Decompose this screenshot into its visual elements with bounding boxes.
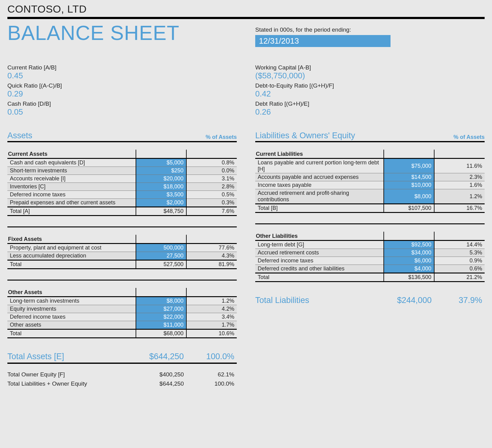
group-title: Other Assets xyxy=(7,288,136,297)
row-pct-cell: 0.5% xyxy=(186,191,237,199)
table-row[interactable]: Cash and cash equivalents [D]$5,0000.8% xyxy=(7,159,237,167)
header-left-col: BALANCE SHEET xyxy=(7,25,237,47)
total-label: Total xyxy=(7,329,136,338)
owner-equity-pct: 62.1% xyxy=(186,371,237,378)
total-liab-label: Total Liabilities xyxy=(255,296,384,305)
row-pct-cell: 3.4% xyxy=(186,313,237,321)
row-amount-cell[interactable]: $250 xyxy=(136,167,186,175)
table-row[interactable]: Deferred income taxes$6,0000.9% xyxy=(255,257,485,265)
total-liab-pct: 37.9% xyxy=(434,296,485,305)
table-row[interactable]: Long-term debt [G]$92,50014.4% xyxy=(255,241,485,249)
row-pct-cell: 4.3% xyxy=(186,252,237,260)
main-columns: Assets % of Assets Current AssetsCash an… xyxy=(7,117,485,388)
row-pct-cell: 77.6% xyxy=(186,244,237,252)
ratio-value: 0.29 xyxy=(7,89,237,99)
table-row[interactable]: Equity investments$27,0004.2% xyxy=(7,305,237,313)
row-amount-cell[interactable]: $4,000 xyxy=(384,265,434,273)
row-amount-cell[interactable]: $27,000 xyxy=(136,305,186,313)
ratios-left: Current Ratio [A/B] 0.45 Quick Ratio [(A… xyxy=(7,62,237,117)
total-assets-row: Total Assets [E] $644,250 100.0% xyxy=(7,352,237,364)
row-amount-cell[interactable]: $3,500 xyxy=(136,191,186,199)
row-amount-cell[interactable]: 500,000 xyxy=(136,244,186,252)
table-row[interactable]: Income taxes payable$10,0001.6% xyxy=(255,181,485,189)
table-row[interactable]: Less accumulated depreciation27,5004.3% xyxy=(7,252,237,260)
table-row[interactable]: Accrued retirement and profit-sharing co… xyxy=(255,189,485,204)
row-amount-cell[interactable]: 27,500 xyxy=(136,252,186,260)
group-header-row: Other Assets xyxy=(7,288,237,297)
total-pct: 81.9% xyxy=(186,260,237,269)
row-label: Long-term cash investments xyxy=(7,297,136,305)
row-amount-cell[interactable]: $92,500 xyxy=(384,241,434,249)
table-row[interactable]: Inventories [C]$18,0002.8% xyxy=(7,183,237,191)
row-label: Accounts receivable [I] xyxy=(7,175,136,183)
table-row[interactable]: Deferred income taxes$22,0003.4% xyxy=(7,313,237,321)
table-row[interactable]: Accounts receivable [I]$20,0003.1% xyxy=(7,175,237,183)
row-amount-cell[interactable]: $2,000 xyxy=(136,199,186,207)
table-row[interactable]: Accounts payable and accrued expenses$14… xyxy=(255,173,485,181)
row-pct-cell: 1.6% xyxy=(434,181,485,189)
table-row[interactable]: Long-term cash investments$8,0001.2% xyxy=(7,297,237,305)
row-amount-cell[interactable]: $75,000 xyxy=(384,159,434,173)
group-header-row: Other Liabilities xyxy=(255,232,485,241)
table-row[interactable]: Short-term investments$2500.0% xyxy=(7,167,237,175)
row-amount-cell[interactable]: $8,000 xyxy=(384,189,434,204)
row-pct-cell: 1.7% xyxy=(186,321,237,329)
row-label: Deferred credits and other liabilities xyxy=(255,265,384,273)
row-amount-cell[interactable]: $14,500 xyxy=(384,173,434,181)
liabilities-header: Liabilities & Owners' Equity % of Assets xyxy=(255,131,485,142)
ratio-label: Quick Ratio [(A-C)/B] xyxy=(7,82,237,89)
row-pct-cell: 0.3% xyxy=(186,199,237,207)
row-label: Deferred income taxes xyxy=(7,191,136,199)
row-label: Accrued retirement and profit-sharing co… xyxy=(255,189,384,204)
ratio-value: 0.42 xyxy=(255,89,485,99)
total-assets-label: Total Assets [E] xyxy=(7,352,136,361)
row-amount-cell[interactable]: $11,000 xyxy=(136,321,186,329)
table-row[interactable]: Deferred credits and other liabilities$4… xyxy=(255,265,485,273)
assets-header: Assets % of Assets xyxy=(7,131,237,142)
ratios-right: Working Capital [A-B] ($58,750,000) Debt… xyxy=(255,62,485,117)
data-table: Fixed AssetsProperty, plant and equipmen… xyxy=(7,235,237,269)
row-pct-cell: 0.8% xyxy=(186,159,237,167)
row-amount-cell[interactable]: $10,000 xyxy=(384,181,434,189)
table-row[interactable]: Other assets$11,0001.7% xyxy=(7,321,237,329)
table-row[interactable]: Deferred income taxes$3,5000.5% xyxy=(7,191,237,199)
total-label: Total [A] xyxy=(7,207,136,216)
row-pct-cell: 14.4% xyxy=(434,241,485,249)
row-label: Other assets xyxy=(7,321,136,329)
row-amount-cell[interactable]: $20,000 xyxy=(136,175,186,183)
table-row[interactable]: Property, plant and equipment at cost500… xyxy=(7,244,237,252)
ratio-value: 0.26 xyxy=(255,107,485,117)
group-title: Current Assets xyxy=(7,150,136,159)
liabilities-column: Liabilities & Owners' Equity % of Assets… xyxy=(255,117,485,388)
total-assets-pct: 100.0% xyxy=(186,352,237,361)
group-header-row: Current Assets xyxy=(7,150,237,159)
row-amount-cell[interactable]: $8,000 xyxy=(136,297,186,305)
total-label: Total xyxy=(7,260,136,269)
row-label: Equity investments xyxy=(7,305,136,313)
row-amount-cell[interactable]: $5,000 xyxy=(136,159,186,167)
group-header-row: Fixed Assets xyxy=(7,235,237,244)
group-title: Fixed Assets xyxy=(7,235,136,244)
liabilities-title: Liabilities & Owners' Equity xyxy=(255,131,355,140)
group-total-row: Total$68,00010.6% xyxy=(7,329,237,338)
group-header-spacer xyxy=(434,150,485,159)
pct-header: % of Assets xyxy=(454,134,485,140)
lpe-amount: $644,250 xyxy=(136,380,186,387)
row-amount-cell[interactable]: $22,000 xyxy=(136,313,186,321)
row-amount-cell[interactable]: $18,000 xyxy=(136,183,186,191)
table-row[interactable]: Prepaid expenses and other current asset… xyxy=(7,199,237,207)
header-columns: BALANCE SHEET Stated in 000s, for the pe… xyxy=(7,25,485,47)
total-amount: $68,000 xyxy=(136,329,186,338)
table-row[interactable]: Loans payable and current portion long-t… xyxy=(255,159,485,173)
row-amount-cell[interactable]: $6,000 xyxy=(384,257,434,265)
table-row[interactable]: Accrued retirement costs$34,0005.3% xyxy=(255,249,485,257)
group-separator xyxy=(255,223,485,224)
pct-header: % of Assets xyxy=(206,134,237,140)
total-assets-amount: $644,250 xyxy=(136,352,186,361)
row-amount-cell[interactable]: $34,000 xyxy=(384,249,434,257)
period-date-cell[interactable]: 12/31/2013 xyxy=(255,35,391,47)
group-total-row: Total$136,50021.2% xyxy=(255,273,485,282)
row-label: Loans payable and current portion long-t… xyxy=(255,159,384,173)
total-amount: $136,500 xyxy=(384,273,434,282)
group-header-spacer xyxy=(434,232,485,241)
